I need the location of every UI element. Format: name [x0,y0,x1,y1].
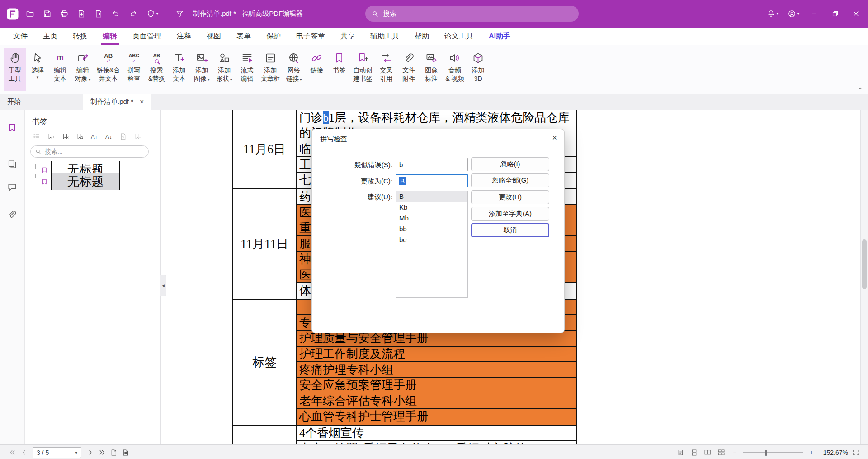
delete-bookmark-icon[interactable] [59,131,71,142]
ribbon-tool-flow-edit[interactable]: 流式编辑 [236,48,258,91]
menu-item-help[interactable]: 帮助 [407,28,437,45]
menu-item-ai-assistant[interactable]: AI助手 [481,28,518,45]
print-icon[interactable] [56,6,72,22]
ribbon-tool-search-replace[interactable]: AB搜索&替换 [145,48,168,91]
new-bookmark-icon[interactable] [45,131,57,142]
menu-item-convert[interactable]: 转换 [65,28,95,45]
dialog-close-icon[interactable]: × [552,133,557,143]
ribbon-tool-link[interactable]: 链接 [305,48,328,91]
bookmarks-panel-icon[interactable] [4,119,21,136]
document-area[interactable]: 11月6日门诊b1层，设备科耗材仓库，酒精类液体危险品仓库的门牌制作临工七11月… [161,110,868,444]
ribbon-tool-edit-object[interactable]: 编辑对象▾ [71,48,94,91]
zoom-slider-thumb[interactable] [765,450,767,456]
menu-item-page-manage[interactable]: 页面管理 [125,28,169,45]
fullscreen-icon[interactable] [850,447,862,458]
bookmark-list-icon[interactable] [30,131,42,142]
menu-item-home[interactable]: 主页 [35,28,65,45]
ribbon-tool-add-text[interactable]: 添加文本 [168,48,190,91]
tab-start[interactable]: 开始 [0,94,83,110]
zoom-in-icon[interactable]: + [806,447,817,458]
suggestion-item[interactable]: Mb [396,213,467,224]
snapshot-page-icon[interactable] [108,447,119,458]
prev-page-icon[interactable] [18,447,30,458]
share-funnel-icon[interactable] [171,6,188,22]
shrink-font-icon[interactable]: A↓ [103,131,115,142]
global-search-input[interactable]: 搜索 [365,6,579,22]
zoom-slider[interactable] [743,447,803,458]
ignore-all-button[interactable]: 忽略全部(G) [471,173,549,187]
menu-item-edit[interactable]: 编辑 [95,28,125,45]
next-page-icon[interactable] [84,447,96,458]
ribbon-tool-add-article-box[interactable]: 添加文章框 [258,48,283,91]
ribbon-tool-edit-text[interactable]: ITI编辑文本 [49,48,71,91]
page-thumbnails-icon[interactable] [4,155,21,173]
suggestion-item[interactable]: Kb [396,202,467,213]
ribbon-tool-hand-tool[interactable]: 手型工具 [4,48,26,91]
ribbon-tool-add-3d[interactable]: 添加3D [467,48,490,91]
undo-icon[interactable] [108,6,124,22]
menu-item-protect[interactable]: 保护 [259,28,288,45]
change-button[interactable]: 更改(H) [471,190,549,204]
suspect-error-input[interactable]: b [396,158,468,171]
ignore-button[interactable]: 忽略(I) [471,157,549,171]
menu-item-accessibility[interactable]: 辅助工具 [363,28,407,45]
menu-item-share[interactable]: 共享 [333,28,363,45]
ribbon-tool-bookmark[interactable]: 书签 [328,48,350,91]
continuous-view-icon[interactable] [688,447,700,458]
suggestion-item[interactable]: bb [396,224,467,234]
tab-doc[interactable]: 制作清单.pdf *× [83,94,151,110]
menu-item-esign[interactable]: 电子签章 [288,28,333,45]
last-page-icon[interactable] [96,447,108,458]
open-file-icon[interactable] [22,6,38,22]
vertical-scrollbar[interactable] [860,110,868,444]
redo-icon[interactable] [125,6,141,22]
add-to-dictionary-button[interactable]: 添加至字典(A) [471,207,549,221]
panel-collapse-handle[interactable]: ◀ [160,275,166,296]
expand-font-icon[interactable]: A↑ [88,131,100,142]
menu-item-comment[interactable]: 注释 [169,28,199,45]
suggestion-item[interactable]: be [396,234,467,245]
attachments-panel-icon[interactable] [4,206,21,223]
ribbon-tool-auto-create-bookmark[interactable]: 自动创建书签 [350,48,375,91]
account-avatar-icon[interactable]: ▾ [783,6,804,22]
ribbon-tool-audio-video[interactable]: 音频& 视频 [443,48,467,91]
menu-item-view[interactable]: 视图 [199,28,229,45]
scrollbar-thumb[interactable] [862,239,867,289]
cancel-button[interactable]: 取消 [471,223,549,237]
share-document-icon[interactable] [90,6,107,22]
ribbon-tool-spell-check[interactable]: ABC✓拼写检查 [123,48,145,91]
suggestions-list[interactable]: BKbMbbbbe [396,191,468,298]
change-to-input[interactable]: B [396,174,468,187]
ribbon-tool-select-tool[interactable]: 选择▾ [26,48,49,91]
facing-view-icon[interactable] [702,447,713,458]
comments-panel-icon[interactable] [4,179,21,196]
ribbon-tool-cross-reference[interactable]: 交叉引用 [375,48,397,91]
ribbon-collapse-icon[interactable] [857,85,863,92]
clipboard-page-icon[interactable] [119,447,131,458]
zoom-out-icon[interactable]: − [729,447,741,458]
menu-item-form[interactable]: 表单 [229,28,259,45]
bookmark-item[interactable]: 无标题 [29,176,157,187]
ribbon-tool-link-merge-text[interactable]: AB⇄链接&合并文本 [94,48,123,91]
foxit-logo-icon[interactable] [5,6,21,22]
page-number-box[interactable]: 3 / 5 ▾ [33,447,81,458]
notifications-bell-icon[interactable]: ▾ [762,6,783,22]
export-icon[interactable] [73,6,90,22]
protect-tools-icon[interactable]: ▾ [142,6,163,22]
menu-item-file[interactable]: 文件 [5,28,35,45]
ribbon-tool-add-shape[interactable]: 添加形状▾ [213,48,236,91]
ribbon-tool-file-attachment[interactable]: 文件附件 [397,48,420,91]
tab-close-icon[interactable]: × [140,98,144,106]
close-window-button[interactable] [845,4,866,24]
single-page-view-icon[interactable] [675,447,686,458]
first-page-icon[interactable] [6,447,18,458]
ribbon-tool-image-annotation[interactable]: 图像标注 [420,48,443,91]
restore-window-button[interactable] [825,4,845,24]
facing-continuous-view-icon[interactable] [715,447,727,458]
ribbon-tool-add-image[interactable]: 添加图像▾ [190,48,213,91]
ribbon-tool-web-link[interactable]: 网络链接▾ [283,48,305,91]
suggestion-item[interactable]: B [396,191,467,202]
bookmark-search-input[interactable]: 搜索... [30,145,149,158]
set-destination-icon[interactable] [74,131,86,142]
save-icon[interactable] [39,6,55,22]
